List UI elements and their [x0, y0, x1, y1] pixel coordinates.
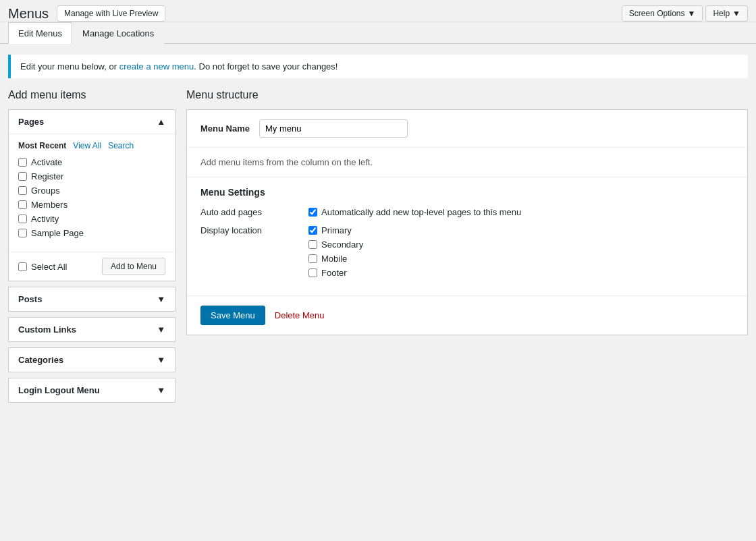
- groups-checkbox[interactable]: [18, 186, 27, 195]
- login-logout-accordion: Login Logout Menu ▼: [8, 378, 176, 403]
- manage-live-preview-button[interactable]: Manage with Live Preview: [57, 5, 165, 22]
- delete-menu-link[interactable]: Delete Menu: [275, 310, 325, 320]
- posts-accordion: Posts ▼: [8, 287, 176, 312]
- auto-add-pages-text: Automatically add new top-level pages to…: [321, 207, 521, 217]
- left-panel: Add menu items Pages ▲ Most Recent View …: [8, 89, 176, 408]
- menu-name-input[interactable]: [259, 119, 408, 138]
- screen-options-button[interactable]: Screen Options ▼: [622, 5, 703, 22]
- save-menu-button[interactable]: Save Menu: [200, 306, 265, 325]
- tab-manage-locations[interactable]: Manage Locations: [72, 22, 164, 44]
- right-panel: Menu structure Menu Name Add menu items …: [186, 89, 748, 408]
- menu-settings-title: Menu Settings: [200, 187, 734, 198]
- login-logout-label: Login Logout Menu: [18, 385, 100, 395]
- register-label: Register: [31, 171, 63, 181]
- main-content: Add menu items Pages ▲ Most Recent View …: [0, 78, 756, 419]
- pages-checkbox-list: Activate Register Groups Members: [18, 157, 165, 238]
- primary-label: Primary: [321, 225, 352, 235]
- auto-add-pages-label: Auto add pages: [200, 207, 308, 217]
- posts-accordion-header[interactable]: Posts ▼: [9, 287, 175, 311]
- tab-bar: Edit Menus Manage Locations: [0, 22, 756, 44]
- custom-links-accordion: Custom Links ▼: [8, 317, 176, 342]
- sample-page-label: Sample Page: [31, 228, 84, 238]
- chevron-down-icon: ▼: [732, 9, 740, 18]
- create-new-menu-link[interactable]: create a new menu: [119, 61, 194, 72]
- add-menu-items-title: Add menu items: [8, 89, 176, 101]
- menu-name-label: Menu Name: [200, 123, 250, 134]
- categories-accordion: Categories ▼: [8, 347, 176, 372]
- location-footer[interactable]: Footer: [308, 268, 734, 278]
- menu-structure-title: Menu structure: [186, 89, 748, 101]
- list-item[interactable]: Sample Page: [18, 228, 165, 238]
- members-label: Members: [31, 200, 68, 210]
- mobile-label: Mobile: [321, 254, 347, 264]
- register-checkbox[interactable]: [18, 172, 27, 181]
- chevron-up-icon: ▲: [157, 117, 165, 127]
- secondary-checkbox[interactable]: [308, 240, 317, 249]
- pages-sub-tabs: Most Recent View All Search: [18, 141, 165, 150]
- chevron-down-icon: ▼: [688, 9, 696, 18]
- screen-options-label: Screen Options: [629, 9, 685, 18]
- menu-hint: Add menu items from the column on the le…: [187, 148, 747, 177]
- list-item[interactable]: Register: [18, 171, 165, 181]
- pages-accordion: Pages ▲ Most Recent View All Search Acti…: [8, 109, 176, 281]
- posts-label: Posts: [18, 294, 42, 304]
- top-bar: Menus Manage with Live Preview Screen Op…: [0, 0, 756, 22]
- notice-bar: Edit your menu below, or create a new me…: [8, 55, 748, 78]
- menu-name-row: Menu Name: [187, 110, 747, 148]
- chevron-down-icon: ▼: [157, 355, 165, 365]
- location-primary[interactable]: Primary: [308, 225, 734, 235]
- login-logout-accordion-header[interactable]: Login Logout Menu ▼: [9, 378, 175, 402]
- primary-checkbox[interactable]: [308, 226, 317, 235]
- custom-links-label: Custom Links: [18, 324, 76, 335]
- footer-label: Footer: [321, 268, 347, 278]
- groups-label: Groups: [31, 186, 60, 196]
- activity-label: Activity: [31, 214, 59, 224]
- list-item[interactable]: Activity: [18, 214, 165, 224]
- display-location-control: Primary Secondary Mobile Footer: [308, 225, 734, 278]
- categories-label: Categories: [18, 355, 63, 365]
- sub-tab-most-recent[interactable]: Most Recent: [18, 141, 66, 150]
- sub-tab-search[interactable]: Search: [108, 141, 134, 150]
- help-label: Help: [713, 9, 730, 18]
- top-left: Menus Manage with Live Preview: [8, 5, 165, 22]
- notice-text-before: Edit your menu below, or: [20, 61, 119, 72]
- list-item[interactable]: Activate: [18, 157, 165, 167]
- help-button[interactable]: Help ▼: [705, 5, 748, 22]
- menu-settings: Menu Settings Auto add pages Automatical…: [187, 177, 747, 296]
- members-checkbox[interactable]: [18, 200, 27, 209]
- menu-structure-box: Menu Name Add menu items from the column…: [186, 109, 748, 335]
- display-location-row: Display location Primary Secondary Mo: [200, 225, 734, 278]
- tab-edit-menus[interactable]: Edit Menus: [8, 22, 72, 44]
- notice-text-after: . Do not forget to save your changes!: [194, 61, 338, 72]
- categories-accordion-header[interactable]: Categories ▼: [9, 348, 175, 372]
- auto-add-pages-control: Automatically add new top-level pages to…: [308, 207, 734, 217]
- chevron-down-icon: ▼: [157, 294, 165, 304]
- auto-add-pages-checkbox[interactable]: [308, 208, 317, 217]
- top-right: Screen Options ▼ Help ▼: [622, 5, 748, 22]
- list-item[interactable]: Groups: [18, 186, 165, 196]
- activity-checkbox[interactable]: [18, 215, 27, 223]
- sample-page-checkbox[interactable]: [18, 229, 27, 237]
- location-mobile[interactable]: Mobile: [308, 254, 734, 264]
- list-item[interactable]: Members: [18, 200, 165, 210]
- activate-label: Activate: [31, 157, 62, 167]
- sub-tab-view-all[interactable]: View All: [73, 141, 101, 150]
- chevron-down-icon: ▼: [157, 324, 165, 335]
- location-secondary[interactable]: Secondary: [308, 239, 734, 250]
- select-all-checkbox[interactable]: [18, 262, 27, 271]
- pages-accordion-footer: Select All Add to Menu: [9, 252, 175, 281]
- activate-checkbox[interactable]: [18, 158, 27, 167]
- pages-accordion-header[interactable]: Pages ▲: [9, 110, 175, 134]
- auto-add-pages-check[interactable]: Automatically add new top-level pages to…: [308, 207, 734, 217]
- page-title: Menus: [8, 5, 49, 22]
- add-to-menu-button[interactable]: Add to Menu: [102, 258, 165, 275]
- pages-label: Pages: [18, 117, 44, 127]
- chevron-down-icon: ▼: [157, 385, 165, 395]
- menu-actions: Save Menu Delete Menu: [187, 296, 747, 335]
- footer-checkbox[interactable]: [308, 268, 317, 277]
- custom-links-accordion-header[interactable]: Custom Links ▼: [9, 318, 175, 341]
- mobile-checkbox[interactable]: [308, 254, 317, 263]
- display-location-label: Display location: [200, 225, 308, 278]
- select-all-label[interactable]: Select All: [18, 262, 67, 272]
- pages-accordion-body: Most Recent View All Search Activate Reg…: [9, 134, 175, 252]
